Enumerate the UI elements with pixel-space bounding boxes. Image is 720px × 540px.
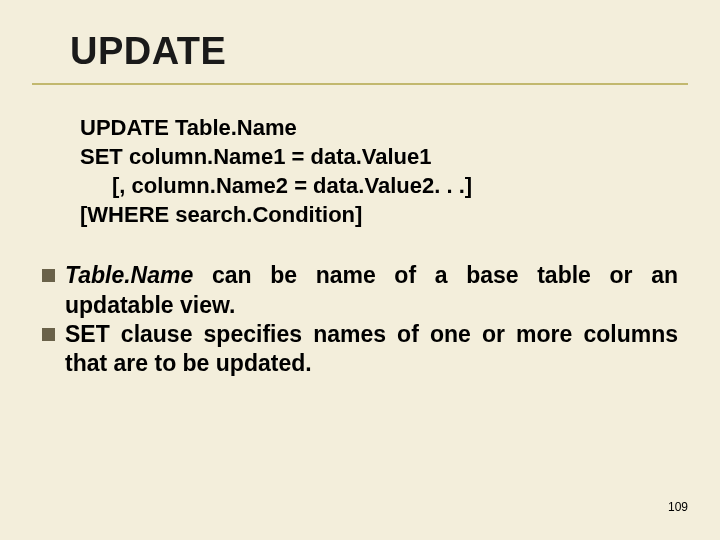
code-line-1: UPDATE Table.Name (80, 113, 668, 142)
bullet-text-2: SET clause specifies names of one or mor… (65, 320, 678, 379)
bullet-item: Table.Name can be name of a base table o… (42, 261, 678, 320)
bullet-item: SET clause specifies names of one or mor… (42, 320, 678, 379)
code-line-3: [, column.Name2 = data.Value2. . .] (112, 171, 668, 200)
code-line-2: SET column.Name1 = data.Value1 (80, 142, 668, 171)
bullet-text-1: Table.Name can be name of a base table o… (65, 261, 678, 320)
italic-text: Table.Name (65, 262, 193, 288)
square-bullet-icon (42, 269, 55, 282)
sql-syntax-block: UPDATE Table.Name SET column.Name1 = dat… (80, 113, 668, 229)
slide: UPDATE UPDATE Table.Name SET column.Name… (0, 0, 720, 540)
square-bullet-icon (42, 328, 55, 341)
bullet-list: Table.Name can be name of a base table o… (42, 261, 678, 379)
slide-title: UPDATE (70, 30, 668, 73)
page-number: 109 (668, 500, 688, 514)
title-underline (32, 83, 688, 85)
code-line-4: [WHERE search.Condition] (80, 200, 668, 229)
